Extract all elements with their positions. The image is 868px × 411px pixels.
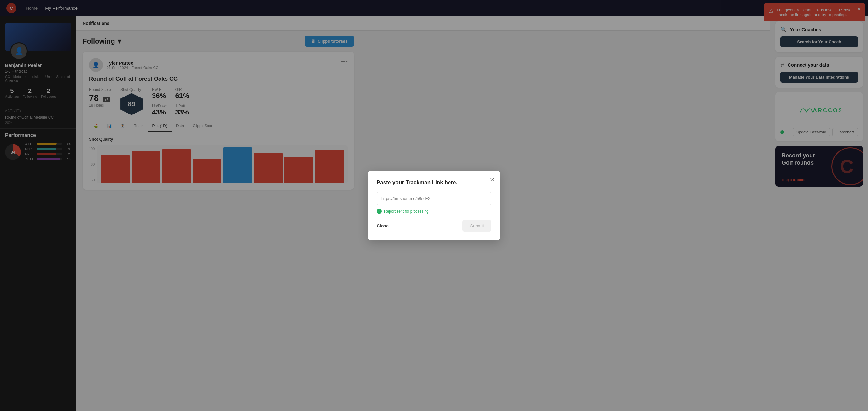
modal-close-x-button[interactable]: ✕ — [490, 176, 495, 183]
modal-overlay[interactable]: Paste your Trackman Link here. ✕ ✓ Repor… — [0, 0, 868, 411]
trackman-link-input[interactable] — [377, 192, 491, 205]
modal-submit-button[interactable]: Submit — [462, 220, 491, 231]
modal-close-button[interactable]: Close — [377, 223, 389, 228]
modal-footer: Close Submit — [377, 220, 491, 231]
success-checkmark-icon: ✓ — [377, 209, 382, 214]
trackman-modal: Paste your Trackman Link here. ✕ ✓ Repor… — [368, 171, 500, 240]
success-text: Report sent for processing — [384, 209, 429, 214]
modal-title: Paste your Trackman Link here. — [377, 180, 491, 186]
modal-success-message: ✓ Report sent for processing — [377, 209, 491, 214]
